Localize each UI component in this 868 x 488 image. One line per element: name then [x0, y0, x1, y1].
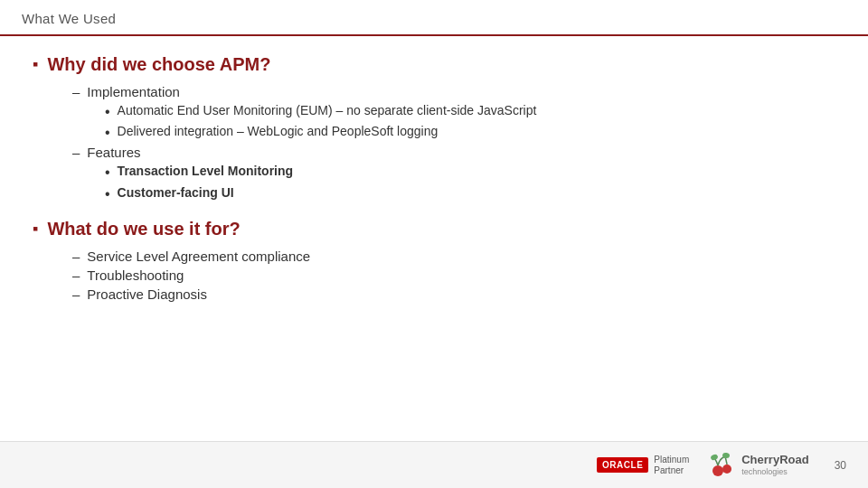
dot-item-customer-ui: • Customer-facing UI	[105, 185, 835, 202]
dot-list-implementation: • Automatic End User Monitoring (EUM) – …	[105, 103, 835, 141]
footer: ORACLE Platinum Partner CherryRoad t	[0, 441, 868, 488]
section-2-bullet: ▪	[33, 220, 38, 239]
section-1-sub-list: – Implementation • Automatic End User Mo…	[72, 84, 835, 206]
main-content: ▪ Why did we choose APM? – Implementatio…	[0, 36, 868, 441]
dot-list-features: • Transaction Level Monitoring • Custome…	[105, 164, 835, 202]
header: What We Used	[0, 0, 868, 36]
sub-item-features: – Features	[72, 145, 835, 160]
oracle-partner-text: Platinum Partner	[654, 455, 689, 476]
section-2-sub-list: – Service Level Agreement compliance – T…	[72, 249, 835, 305]
page-title: What We Used	[22, 11, 116, 26]
dot-icon: •	[105, 124, 110, 141]
dot-icon: •	[105, 103, 110, 120]
dot-item-eum: • Automatic End User Monitoring (EUM) – …	[105, 103, 835, 120]
cherryroad-text-group: CherryRoad technologies	[741, 454, 808, 475]
slide: What We Used ▪ Why did we choose APM? – …	[0, 0, 868, 488]
oracle-label: ORACLE	[597, 457, 648, 473]
sub-item-proactive: – Proactive Diagnosis	[72, 286, 835, 302]
cherryroad-icon	[707, 451, 736, 480]
page-number: 30	[835, 459, 846, 472]
dash-icon: –	[72, 84, 80, 99]
sub-item-sla: – Service Level Agreement compliance	[72, 249, 835, 264]
section-1-heading: Why did we choose APM?	[47, 54, 270, 75]
sub-item-sla-label: Service Level Agreement compliance	[87, 249, 310, 264]
sub-item-implementation-label: Implementation	[87, 84, 180, 99]
dot-item-tlm: • Transaction Level Monitoring	[105, 164, 835, 181]
section-2: ▪ What do we use it for?	[33, 219, 835, 239]
dot-item-tlm-text: Transaction Level Monitoring	[118, 164, 293, 178]
cherryroad-name: CherryRoad	[741, 454, 808, 466]
oracle-logo: ORACLE Platinum Partner	[597, 455, 689, 476]
sub-item-proactive-label: Proactive Diagnosis	[87, 286, 207, 302]
section-1-bullet: ▪	[33, 55, 38, 74]
section-2-heading: What do we use it for?	[47, 219, 240, 239]
dot-icon: •	[105, 164, 110, 181]
dash-icon: –	[72, 249, 80, 264]
sub-item-troubleshooting: – Troubleshooting	[72, 267, 835, 283]
cherryroad-logo: CherryRoad technologies	[707, 451, 808, 480]
section-1: ▪ Why did we choose APM?	[33, 54, 835, 75]
svg-point-1	[722, 465, 731, 474]
dash-icon: –	[72, 267, 80, 283]
dot-item-eum-text: Automatic End User Monitoring (EUM) – no…	[118, 103, 537, 117]
sub-item-troubleshooting-label: Troubleshooting	[87, 267, 184, 283]
dash-icon: –	[72, 286, 80, 302]
dot-item-delivered: • Delivered integration – WebLogic and P…	[105, 124, 835, 141]
dot-item-delivered-text: Delivered integration – WebLogic and Peo…	[118, 124, 439, 138]
svg-point-0	[712, 465, 723, 476]
dash-icon: –	[72, 145, 80, 160]
sub-item-features-label: Features	[87, 145, 140, 160]
cherryroad-sub-label: technologies	[741, 467, 808, 476]
dot-icon: •	[105, 185, 110, 202]
dot-item-customer-ui-text: Customer-facing UI	[118, 185, 234, 200]
svg-point-2	[710, 453, 719, 460]
sub-item-implementation: – Implementation	[72, 84, 835, 99]
